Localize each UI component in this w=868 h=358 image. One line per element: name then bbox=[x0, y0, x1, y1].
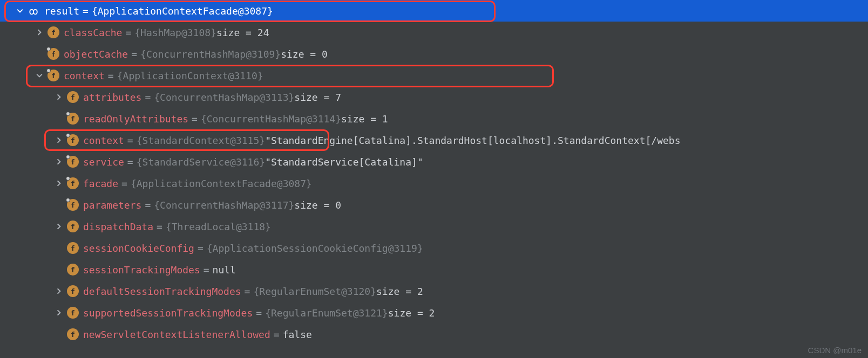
field-icon: f bbox=[66, 219, 80, 233]
indent-spacer bbox=[0, 205, 54, 205]
tree-row[interactable]: fsupportedSessionTrackingModes={RegularE… bbox=[0, 302, 868, 323]
chevron-right-icon[interactable] bbox=[54, 180, 64, 187]
tree-row[interactable]: fdispatchData={ThreadLocal@3118} bbox=[0, 216, 868, 237]
equals-sign: = bbox=[145, 199, 151, 211]
variable-extra-text: size = 7 bbox=[294, 92, 341, 103]
variable-name: context bbox=[64, 70, 105, 81]
indent-spacer bbox=[0, 248, 54, 249]
indent-spacer bbox=[0, 11, 15, 11]
equals-sign: = bbox=[198, 243, 204, 254]
pin-decorator-icon bbox=[66, 133, 70, 137]
watermark-text: CSDN @m01e bbox=[808, 346, 862, 355]
field-icon: f bbox=[46, 68, 60, 82]
chevron-right-icon[interactable] bbox=[54, 309, 64, 316]
tree-row[interactable]: fclassCache={HashMap@3108} size = 24 bbox=[0, 22, 868, 43]
variable-name: context bbox=[83, 135, 124, 146]
indent-spacer bbox=[0, 183, 54, 184]
variable-name: objectCache bbox=[64, 49, 128, 60]
equals-sign: = bbox=[245, 286, 250, 297]
chevron-down-icon[interactable] bbox=[35, 72, 44, 79]
field-icon: f bbox=[66, 133, 80, 147]
indent-spacer bbox=[0, 226, 54, 227]
variable-name: dispatchData bbox=[83, 221, 153, 232]
chevron-right-icon[interactable] bbox=[54, 159, 64, 165]
indent-spacer bbox=[0, 119, 54, 119]
indent-spacer bbox=[0, 140, 54, 141]
variable-extra-text: size = 2 bbox=[388, 307, 435, 319]
variable-name: defaultSessionTrackingModes bbox=[83, 286, 241, 297]
variable-name: sessionCookieConfig bbox=[83, 243, 194, 254]
variable-value: {HashMap@3108} bbox=[134, 27, 216, 38]
tree-row[interactable]: freadOnlyAttributes={ConcurrentHashMap@3… bbox=[0, 108, 868, 129]
indent-spacer bbox=[0, 162, 54, 162]
tree-row[interactable]: fdefaultSessionTrackingModes={RegularEnu… bbox=[0, 280, 868, 302]
field-icon: f bbox=[66, 284, 80, 298]
chevron-right-icon[interactable] bbox=[54, 288, 64, 294]
pin-decorator-icon bbox=[66, 155, 70, 159]
tree-row[interactable]: fcontext={StandardContext@3115} "Standar… bbox=[0, 129, 868, 151]
field-icon: f bbox=[66, 112, 80, 126]
variable-extra-text: "StandardService[Catalina]" bbox=[265, 156, 423, 168]
variable-name: readOnlyAttributes bbox=[83, 113, 188, 125]
variable-name: result bbox=[44, 5, 79, 17]
equals-sign: = bbox=[145, 92, 151, 103]
indent-spacer bbox=[0, 313, 54, 313]
chevron-down-icon[interactable] bbox=[15, 8, 25, 14]
indent-spacer bbox=[0, 270, 54, 270]
variable-extra-text: size = 2 bbox=[376, 286, 423, 297]
tree-row[interactable]: fservice={StandardService@3116} "Standar… bbox=[0, 151, 868, 173]
variable-name: classCache bbox=[64, 27, 122, 38]
tree-row[interactable]: fparameters={ConcurrentHashMap@3117} siz… bbox=[0, 194, 868, 216]
equals-sign: = bbox=[108, 70, 114, 81]
variable-value: {ApplicationContext@3110} bbox=[117, 70, 263, 81]
field-icon: f bbox=[66, 327, 80, 341]
field-icon: f bbox=[66, 155, 80, 169]
equals-sign: = bbox=[121, 178, 127, 189]
pin-decorator-icon bbox=[66, 198, 70, 202]
field-icon: f bbox=[66, 90, 80, 104]
debugger-variables-tree[interactable]: ooresult={ApplicationContextFacade@3087}… bbox=[0, 0, 868, 345]
chevron-right-icon[interactable] bbox=[35, 29, 44, 36]
tree-row[interactable]: ooresult={ApplicationContextFacade@3087} bbox=[0, 0, 868, 22]
pin-decorator-icon bbox=[66, 112, 70, 116]
tree-row[interactable]: fsessionTrackingModes=null bbox=[0, 259, 868, 280]
variable-value: {StandardService@3116} bbox=[137, 156, 265, 168]
variable-extra-text: size = 1 bbox=[341, 113, 388, 125]
watch-glasses-icon: oo bbox=[27, 4, 41, 18]
pin-decorator-icon bbox=[46, 68, 51, 73]
chevron-right-icon[interactable] bbox=[54, 94, 64, 100]
field-icon: f bbox=[66, 241, 80, 255]
tree-row[interactable]: fcontext={ApplicationContext@3110} bbox=[0, 65, 868, 86]
equals-sign: = bbox=[157, 221, 162, 232]
variable-value: {StandardContext@3115} bbox=[137, 135, 265, 146]
variable-extra-text: false bbox=[283, 329, 312, 340]
field-icon: f bbox=[66, 263, 80, 277]
variable-extra-text: null bbox=[213, 264, 236, 276]
variable-name: sessionTrackingModes bbox=[83, 264, 200, 276]
variable-extra-text: size = 0 bbox=[294, 199, 341, 211]
variable-value: {ApplicationContextFacade@3087} bbox=[92, 5, 273, 17]
variable-value: {ApplicationSessionCookieConfig@3119} bbox=[207, 243, 423, 254]
variable-value: {RegularEnumSet@3121} bbox=[265, 307, 388, 319]
variable-name: service bbox=[83, 156, 124, 168]
indent-spacer bbox=[0, 334, 54, 335]
equals-sign: = bbox=[83, 5, 89, 17]
chevron-right-icon[interactable] bbox=[54, 137, 64, 143]
tree-row[interactable]: fattributes={ConcurrentHashMap@3113} siz… bbox=[0, 86, 868, 108]
variable-value: {ConcurrentHashMap@3113} bbox=[154, 92, 294, 103]
variable-name: newServletContextListenerAllowed bbox=[83, 329, 270, 340]
tree-row[interactable]: ffacade={ApplicationContextFacade@3087} bbox=[0, 173, 868, 194]
tree-row[interactable]: fnewServletContextListenerAllowed=false bbox=[0, 323, 868, 345]
tree-row[interactable]: fsessionCookieConfig={ApplicationSession… bbox=[0, 237, 868, 259]
equals-sign: = bbox=[127, 156, 133, 168]
indent-spacer bbox=[0, 54, 35, 54]
pin-decorator-icon bbox=[46, 47, 51, 51]
variable-name: parameters bbox=[83, 199, 141, 211]
variable-value: {ConcurrentHashMap@3117} bbox=[154, 199, 294, 211]
chevron-right-icon[interactable] bbox=[54, 223, 64, 230]
variable-value: {ApplicationContextFacade@3087} bbox=[131, 178, 312, 189]
variable-value: {ConcurrentHashMap@3114} bbox=[201, 113, 341, 125]
field-icon: f bbox=[46, 47, 60, 61]
tree-row[interactable]: fobjectCache={ConcurrentHashMap@3109} si… bbox=[0, 43, 868, 65]
field-icon: f bbox=[66, 176, 80, 190]
